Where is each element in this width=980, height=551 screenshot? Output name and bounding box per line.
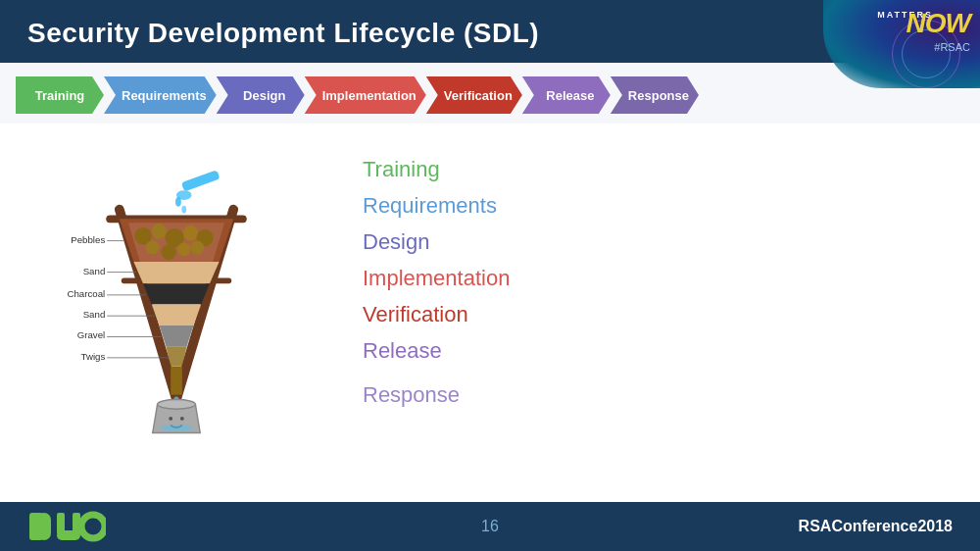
sdl-item-release: Release <box>363 334 510 367</box>
svg-text:Sand: Sand <box>83 309 106 320</box>
footer-rsa-conference: RSAConference2018 <box>799 518 953 535</box>
phase-verification: Verification <box>426 76 522 114</box>
sdl-item-verification: Verification <box>363 298 510 330</box>
duo-logo <box>27 509 106 544</box>
sdl-item-design: Design <box>363 225 510 258</box>
svg-point-46 <box>81 515 105 538</box>
svg-point-8 <box>183 225 199 241</box>
filter-svg: Pebbles Sand Charcoal Sand Gravel Twigs <box>29 133 323 447</box>
svg-text:Twigs: Twigs <box>81 351 106 362</box>
svg-text:Sand: Sand <box>83 266 106 276</box>
svg-marker-16 <box>152 305 201 326</box>
svg-point-27 <box>175 197 181 207</box>
phase-design: Design <box>217 76 305 114</box>
svg-point-12 <box>177 243 191 257</box>
phase-response: Response <box>611 76 699 114</box>
sdl-list: Training Requirements Design Implementat… <box>363 133 510 411</box>
svg-point-23 <box>180 417 184 421</box>
sdl-item-response-spacer: Response <box>363 378 510 411</box>
logo-area: MATTERS NOW #RSAC <box>823 0 980 88</box>
svg-point-10 <box>146 241 160 255</box>
svg-rect-45 <box>57 530 80 540</box>
logo-hashtag: #RSAC <box>934 41 970 53</box>
svg-point-24 <box>160 426 194 431</box>
logo-now-text: NOW <box>906 8 970 39</box>
svg-point-6 <box>152 224 168 239</box>
sdl-item-response: Response <box>363 378 510 411</box>
phase-requirements: Requirements <box>104 76 217 114</box>
svg-point-21 <box>158 400 196 410</box>
svg-text:Pebbles: Pebbles <box>71 234 105 245</box>
svg-point-13 <box>191 241 205 255</box>
header: Security Development Lifecycle (SDL) MAT… <box>0 0 980 63</box>
svg-rect-19 <box>171 367 182 395</box>
svg-rect-25 <box>181 170 220 191</box>
main-content: Pebbles Sand Charcoal Sand Gravel Twigs … <box>0 124 980 476</box>
phase-training: Training <box>16 76 104 114</box>
rsa-bold: RSA <box>799 518 832 534</box>
sdl-item-implementation: Implementation <box>363 262 510 294</box>
filter-illustration: Pebbles Sand Charcoal Sand Gravel Twigs <box>20 133 333 447</box>
svg-text:Charcoal: Charcoal <box>67 288 105 299</box>
page-title: Security Development Lifecycle (SDL) <box>27 18 539 49</box>
footer-page-number: 16 <box>481 518 499 535</box>
svg-point-22 <box>169 417 172 421</box>
footer: 16 RSAConference2018 <box>0 502 980 551</box>
svg-point-28 <box>181 206 186 214</box>
svg-marker-15 <box>143 283 210 304</box>
svg-rect-42 <box>37 513 51 540</box>
svg-point-11 <box>161 244 176 260</box>
svg-marker-14 <box>133 262 219 283</box>
sdl-item-requirements: Requirements <box>363 189 510 222</box>
sdl-item-training: Training <box>363 153 510 185</box>
duo-logo-svg <box>27 509 106 544</box>
conference-text: Conference2018 <box>831 518 953 534</box>
svg-text:Gravel: Gravel <box>77 329 106 340</box>
phase-release: Release <box>522 76 611 114</box>
phase-implementation: Implementation <box>305 76 426 114</box>
